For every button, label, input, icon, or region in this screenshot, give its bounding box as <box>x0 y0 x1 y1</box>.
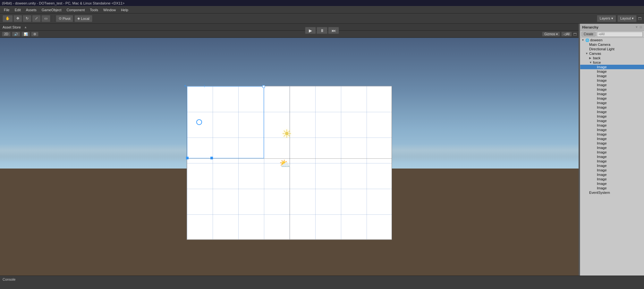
console-tab[interactable]: Console <box>3 277 15 281</box>
menu-help[interactable]: Help <box>118 7 131 12</box>
resize-handle-tl[interactable]: ↖ <box>184 84 187 88</box>
hier-label-image-13: Image <box>597 119 607 123</box>
maximize-btn[interactable]: 🗖 <box>638 17 641 21</box>
hier-item-image-22[interactable]: Image <box>580 159 644 163</box>
move-tool-btn[interactable]: ✥ <box>13 15 22 22</box>
hierarchy-collapse-btn[interactable]: ▼ <box>634 25 639 29</box>
resize-handle-bm[interactable] <box>210 157 213 159</box>
hier-item-image-7[interactable]: Image <box>580 92 644 96</box>
hierarchy-title: Hierarchy <box>582 25 598 29</box>
hier-item-image-25[interactable]: Image <box>580 172 644 177</box>
play-controls: ▶ ⏸ ⏭ <box>305 27 339 34</box>
game-canvas: ↖ ↑ ☀ ⛅ <box>187 86 392 240</box>
hier-label-image-11: Image <box>597 110 607 114</box>
scale-tool-btn[interactable]: ⤢ <box>32 15 41 22</box>
hier-label-image-22: Image <box>597 159 607 163</box>
local-icon: ◈ <box>77 16 80 21</box>
hier-item-image-8[interactable]: Image <box>580 96 644 101</box>
menu-tools[interactable]: Tools <box>87 7 101 12</box>
hier-item-main-camera[interactable]: Main Camera <box>580 42 644 47</box>
selection-box: ↖ ↑ <box>187 86 264 158</box>
hier-item-image-11[interactable]: Image <box>580 110 644 114</box>
resize-handle-tr[interactable] <box>262 85 265 88</box>
hier-item-image-14[interactable]: Image <box>580 123 644 128</box>
asset-store-label[interactable]: Asset Store <box>3 25 21 29</box>
hier-item-image-26[interactable]: Image <box>580 177 644 181</box>
hier-item-image-4[interactable]: Image <box>580 78 644 83</box>
asset-store-bar: Asset Store ▲ <box>0 24 579 31</box>
blue-circle-indicator <box>196 119 202 125</box>
resize-handle-bl[interactable] <box>186 157 189 159</box>
hier-item-image-13[interactable]: Image <box>580 119 644 123</box>
sound-btn[interactable]: 🔊 <box>12 32 20 37</box>
hier-label-image-7: Image <box>597 92 607 96</box>
hand-tool-btn[interactable]: ✋ <box>3 15 13 22</box>
step-button[interactable]: ⏭ <box>328 27 339 34</box>
hier-item-image-27[interactable]: Image <box>580 181 644 186</box>
hier-label-eventsystem: EventSystem <box>589 191 610 194</box>
pause-button[interactable]: ⏸ <box>317 27 327 34</box>
pivot-btn[interactable]: ⊙ Pivot <box>56 15 73 22</box>
hier-item-image-21[interactable]: Image <box>580 154 644 159</box>
hier-item-image-16[interactable]: Image <box>580 132 644 136</box>
main-layout: Asset Store ▲ 2D 🔊 📊 ⚙ Gizmos ▾ ◁All 🗖 <box>0 24 644 276</box>
menu-edit[interactable]: Edit <box>12 7 23 12</box>
hier-item-image-3[interactable]: Image <box>580 74 644 78</box>
hier-label-image-14: Image <box>597 123 607 127</box>
hier-item-image-17[interactable]: Image <box>580 136 644 141</box>
hier-item-image-1[interactable]: Image <box>580 65 644 69</box>
hier-label-image-23: Image <box>597 164 607 168</box>
hierarchy-search[interactable] <box>597 32 643 37</box>
hier-item-image-9[interactable]: Image <box>580 101 644 105</box>
hier-item-image-20[interactable]: Image <box>580 150 644 154</box>
hier-label-image-26: Image <box>597 177 607 181</box>
hier-item-back[interactable]: back <box>580 56 644 60</box>
gizmos-btn[interactable]: Gizmos ▾ <box>542 32 560 37</box>
hier-item-image-2[interactable]: Image <box>580 69 644 74</box>
hier-label-image-2: Image <box>597 70 607 73</box>
menu-gameobject[interactable]: GameObject <box>39 7 64 12</box>
pivot-icon: ⊙ <box>59 16 62 21</box>
menu-window[interactable]: Window <box>101 7 118 12</box>
hier-item-doween[interactable]: 🌐doween <box>580 38 644 42</box>
menu-component[interactable]: Component <box>64 7 87 12</box>
hier-label-image-3: Image <box>597 74 607 78</box>
all-btn[interactable]: ◁All <box>561 32 572 37</box>
play-button[interactable]: ▶ <box>305 27 316 34</box>
hier-item-directional-light[interactable]: Directional Light <box>580 47 644 51</box>
hierarchy-maximize-btn[interactable]: ⊟ <box>640 25 642 29</box>
hier-label-image-10: Image <box>597 105 607 109</box>
title-text: (64bit) - doween.unity - DOTween_test - … <box>2 1 124 5</box>
hierarchy-list: 🌐doweenMain CameraDirectional LightCanva… <box>580 38 644 276</box>
hier-item-image-12[interactable]: Image <box>580 114 644 119</box>
local-btn[interactable]: ◈ Local <box>74 15 92 22</box>
hier-item-image-10[interactable]: Image <box>580 105 644 110</box>
layout-btn[interactable]: Layout ▾ <box>617 15 637 22</box>
menu-assets[interactable]: Assets <box>23 7 39 12</box>
hier-label-image-25: Image <box>597 173 607 177</box>
hier-item-image-18[interactable]: Image <box>580 141 644 145</box>
gameview-maximize-btn[interactable]: 🗖 <box>573 32 577 36</box>
rotate-tool-btn[interactable]: ↻ <box>23 15 31 22</box>
create-btn[interactable]: Create <box>581 32 596 37</box>
layers-btn[interactable]: Layers ▾ <box>597 15 616 22</box>
resize-handle-tm[interactable]: ↑ <box>203 84 205 88</box>
hier-item-image-28[interactable]: Image <box>580 186 644 190</box>
hier-item-eventsystem[interactable]: EventSystem <box>580 190 644 195</box>
menu-file[interactable]: File <box>1 7 12 12</box>
hier-label-back: back <box>593 56 600 60</box>
asset-store-collapse[interactable]: ▲ <box>23 25 28 29</box>
hier-item-image-6[interactable]: Image <box>580 87 644 92</box>
hier-item-image-15[interactable]: Image <box>580 128 644 132</box>
hier-item-force[interactable]: force <box>580 60 644 65</box>
hier-item-image-23[interactable]: Image <box>580 163 644 168</box>
hier-item-image-24[interactable]: Image <box>580 168 644 172</box>
hier-label-image-15: Image <box>597 128 607 132</box>
2d-btn[interactable]: 2D <box>2 32 11 37</box>
hier-item-canvas[interactable]: Canvas <box>580 51 644 56</box>
hier-item-image-19[interactable]: Image <box>580 145 644 150</box>
rect-tool-btn[interactable]: ▭ <box>41 15 50 22</box>
view-options-btn[interactable]: ⚙ <box>31 32 38 37</box>
hier-item-image-5[interactable]: Image <box>580 83 644 87</box>
stats-btn[interactable]: 📊 <box>21 32 30 37</box>
